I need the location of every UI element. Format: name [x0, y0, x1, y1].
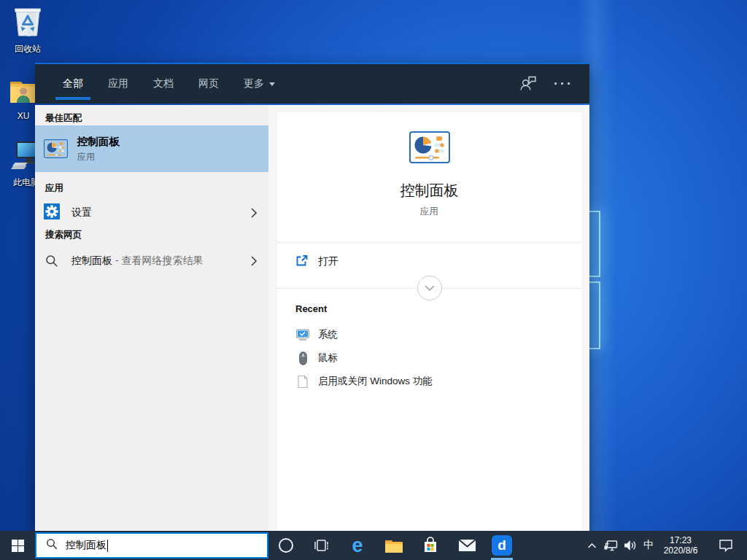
system-monitor-icon [295, 328, 310, 341]
result-settings[interactable]: 设置 [35, 198, 268, 228]
best-match-subtitle: 应用 [77, 151, 120, 163]
preview-title: 控制面板 [277, 181, 581, 201]
recent-item-label: 系统 [318, 328, 338, 341]
search-icon [44, 254, 60, 268]
chevron-down-icon [269, 82, 275, 86]
taskbar-task-view-button[interactable] [306, 531, 336, 560]
desktop-icon-label: XU [18, 111, 30, 121]
file-explorer-icon [384, 538, 403, 553]
windows-logo-icon [12, 540, 24, 552]
tray-network-button[interactable] [601, 531, 620, 560]
task-view-icon [312, 538, 330, 553]
wallpaper-logo-pane-bottom [588, 281, 600, 349]
tray-ime-indicator[interactable]: 中 [639, 531, 658, 560]
recent-item-windows-features[interactable]: 启用或关闭 Windows 功能 [277, 370, 581, 392]
result-label: 控制面板 - 查看网络搜索结果 [71, 254, 203, 268]
document-icon [295, 375, 310, 389]
control-panel-icon [44, 139, 68, 158]
taskbar-file-explorer-button[interactable] [379, 531, 409, 560]
action-center-icon [719, 539, 733, 552]
control-panel-icon-large [409, 131, 450, 163]
feedback-icon[interactable] [519, 74, 538, 93]
recent-header: Recent [295, 303, 327, 314]
mail-icon [458, 539, 476, 552]
search-results: 最佳匹配 控制面板 应用 应用 [35, 105, 589, 531]
chevron-down-icon [425, 285, 435, 291]
tray-show-hidden-icons-button[interactable] [582, 531, 601, 560]
open-external-icon [295, 254, 309, 271]
search-tabs: 全部 应用 文档 网页 更多 [55, 64, 293, 104]
results-list-pane: 最佳匹配 控制面板 应用 应用 [35, 105, 268, 531]
recent-item-label: 鼠标 [318, 351, 338, 365]
tab-web[interactable]: 网页 [191, 64, 226, 104]
microsoft-store-icon [422, 537, 438, 554]
taskbar-mail-button[interactable] [452, 531, 481, 560]
expand-details-button[interactable] [417, 276, 442, 300]
wallpaper-logo-pane-top [588, 211, 600, 277]
web-search-hint: - 查看网络搜索结果 [112, 254, 203, 266]
taskbar-store-button[interactable] [416, 531, 445, 560]
open-label: 打开 [318, 255, 338, 268]
search-header: 全部 应用 文档 网页 更多 [35, 63, 589, 104]
taskbar-driver-app-button[interactable]: d [487, 531, 516, 560]
search-icon [46, 538, 58, 553]
taskbar-cortana-button[interactable] [271, 531, 301, 560]
apps-section-header: 应用 [45, 182, 63, 195]
user-folder-icon [8, 76, 39, 109]
best-match-header: 最佳匹配 [45, 112, 82, 125]
network-ethernet-icon [603, 540, 619, 552]
tray-time: 17:23 [670, 535, 692, 545]
mouse-icon [295, 351, 310, 365]
speaker-icon [623, 540, 636, 551]
best-match-result-control-panel[interactable]: 控制面板 应用 [35, 125, 268, 172]
tab-more[interactable]: 更多 [236, 64, 282, 104]
action-center-button[interactable] [715, 531, 737, 560]
tray-date: 2020/8/6 [664, 545, 698, 556]
settings-gear-icon [44, 203, 60, 222]
driver-app-icon: d [492, 535, 512, 556]
taskbar: 控制面板 e [0, 531, 747, 560]
desktop-icon-recycle-bin[interactable]: 回收站 [0, 5, 55, 55]
windows-desktop: 回收站 XU [0, 0, 747, 560]
recent-item-mouse[interactable]: 鼠标 [277, 347, 581, 369]
result-web-search[interactable]: 控制面板 - 查看网络搜索结果 [35, 246, 268, 276]
chevron-up-icon [587, 542, 597, 548]
desktop-icon-label: 回收站 [15, 43, 41, 55]
tab-all[interactable]: 全部 [55, 64, 90, 104]
result-label: 设置 [71, 206, 92, 219]
preview-card: 控制面板 应用 打开 [277, 112, 581, 531]
web-search-section-header: 搜索网页 [45, 229, 82, 241]
recent-item-label: 启用或关闭 Windows 功能 [318, 375, 433, 388]
options-ellipsis-icon[interactable]: ··· [554, 77, 573, 90]
search-flyout: 全部 应用 文档 网页 更多 [35, 63, 589, 531]
preview-subtitle: 应用 [277, 206, 581, 218]
taskbar-edge-button[interactable]: e [343, 531, 372, 560]
best-match-title: 控制面板 [77, 135, 120, 149]
tray-clock[interactable]: 17:23 2020/8/6 [658, 531, 703, 560]
chevron-right-icon [251, 256, 257, 266]
search-query-text: 控制面板 [66, 539, 107, 552]
taskbar-search-input[interactable]: 控制面板 [35, 532, 268, 559]
start-button[interactable] [0, 531, 35, 560]
tab-apps[interactable]: 应用 [101, 64, 136, 104]
edge-icon: e [352, 536, 363, 556]
chevron-right-icon [251, 208, 257, 218]
text-cursor [107, 540, 108, 552]
system-tray: 中 17:23 2020/8/6 [582, 531, 747, 560]
preview-pane: 控制面板 应用 打开 [268, 105, 589, 531]
divider [277, 242, 581, 243]
cortana-icon [278, 537, 294, 553]
recent-item-system[interactable]: 系统 [277, 324, 581, 346]
tray-volume-button[interactable] [620, 531, 639, 560]
tab-documents[interactable]: 文档 [146, 64, 181, 104]
recycle-bin-icon [12, 5, 44, 41]
open-action[interactable]: 打开 [277, 248, 581, 276]
